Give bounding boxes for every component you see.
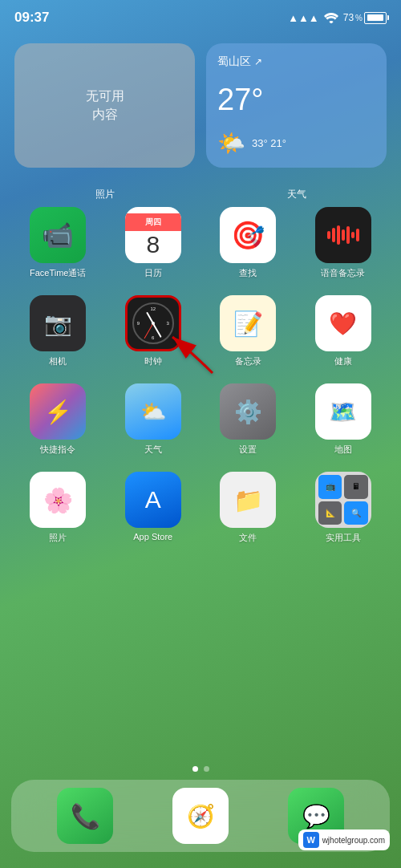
- status-time: 09:37: [14, 10, 49, 26]
- safari-icon: 🧭: [187, 803, 215, 829]
- weather-range: 33° 21°: [252, 137, 286, 149]
- phone-icon: 📞: [71, 802, 100, 830]
- maps-icon: 🗺️: [329, 399, 357, 425]
- app-clock[interactable]: 12 6 3 9 时钟: [110, 295, 197, 367]
- app-maps[interactable]: 🗺️ 地图: [300, 383, 387, 456]
- app-files-label: 文件: [239, 532, 257, 544]
- app-find-label: 查找: [239, 267, 257, 279]
- app-files[interactable]: 📁 文件: [205, 472, 292, 544]
- calendar-day-num: 8: [146, 233, 160, 257]
- location-arrow-icon: ↗: [254, 56, 262, 67]
- weather-sun-icon: 🌤️: [217, 130, 245, 156]
- weather-temperature: 27°: [217, 83, 375, 117]
- shortcuts-icon: ⚡: [44, 399, 72, 425]
- app-weather-label: 天气: [144, 444, 162, 456]
- app-calendar-label: 日历: [144, 267, 162, 279]
- notes-icon: 📝: [233, 310, 263, 338]
- app-voicememo-label: 语音备忘录: [321, 267, 365, 279]
- appstore-icon: A: [145, 486, 161, 513]
- app-facetime-label: FaceTime通话: [30, 267, 87, 279]
- app-facetime[interactable]: 📹 FaceTime通话: [14, 207, 102, 279]
- app-photos[interactable]: 🌸 照片: [14, 472, 102, 544]
- camera-icon: 📷: [44, 310, 72, 337]
- app-settings-label: 设置: [239, 444, 257, 456]
- settings-icon: ⚙️: [234, 399, 262, 425]
- location-text: 蜀山区: [217, 55, 251, 69]
- weather-app-icon: ⛅: [140, 400, 166, 424]
- app-settings[interactable]: ⚙️ 设置: [205, 383, 292, 456]
- app-appstore-label: App Store: [133, 532, 172, 541]
- app-weather[interactable]: ⛅ 天气: [110, 383, 197, 456]
- weather-widget[interactable]: 蜀山区 ↗ 27° 🌤️ 33° 21° 天气: [206, 43, 387, 184]
- watermark-logo: W: [303, 832, 319, 848]
- voice-waves-icon: [327, 223, 359, 247]
- app-find[interactable]: 🎯 查找: [205, 207, 292, 279]
- photos-widget[interactable]: 无可用 内容 照片: [14, 43, 195, 184]
- app-utilities-label: 实用工具: [326, 532, 361, 544]
- app-calendar[interactable]: 周四 8 日历: [110, 207, 197, 279]
- app-photos-label: 照片: [49, 532, 67, 544]
- app-notes-label: 备忘录: [235, 355, 261, 367]
- battery-icon: 73 %: [343, 12, 387, 24]
- app-clock-label: 时钟: [144, 355, 162, 367]
- signal-icon: ▲▲▲: [288, 12, 319, 24]
- app-shortcuts-label: 快捷指令: [40, 444, 75, 456]
- page-dot-1: [192, 766, 198, 772]
- app-health[interactable]: ❤️ 健康: [300, 295, 387, 367]
- weather-widget-label: 天气: [287, 188, 306, 201]
- watermark-text: wjhotelgroup.com: [322, 836, 385, 845]
- health-icon: ❤️: [329, 310, 357, 337]
- app-appstore[interactable]: A App Store: [110, 472, 197, 544]
- wifi-icon: [324, 13, 338, 23]
- photos-widget-text: 无可用 内容: [86, 87, 124, 124]
- watermark: W wjhotelgroup.com: [298, 829, 390, 850]
- files-icon: 📁: [233, 486, 263, 514]
- app-camera-label: 相机: [49, 355, 67, 367]
- app-notes[interactable]: 📝 备忘录: [205, 295, 292, 367]
- app-maps-label: 地图: [334, 444, 352, 456]
- dock-phone[interactable]: 📞: [57, 788, 113, 844]
- facetime-icon: 📹: [42, 220, 74, 250]
- page-indicators: [0, 766, 401, 772]
- calendar-day-name: 周四: [125, 213, 181, 231]
- find-icon: 🎯: [231, 219, 265, 251]
- app-utilities[interactable]: 📺 🖩 📐 🔍 实用工具: [300, 472, 387, 544]
- photos-app-icon: 🌸: [43, 486, 73, 514]
- page-dot-2: [204, 766, 209, 772]
- status-bar: 09:37 ▲▲▲ 73 %: [0, 0, 401, 35]
- app-shortcuts[interactable]: ⚡ 快捷指令: [14, 383, 102, 456]
- app-camera[interactable]: 📷 相机: [14, 295, 102, 367]
- app-voicememo[interactable]: 语音备忘录: [300, 207, 387, 279]
- dock-safari[interactable]: 🧭: [172, 788, 229, 844]
- app-health-label: 健康: [334, 355, 352, 367]
- photos-widget-label: 照片: [95, 188, 115, 201]
- messages-icon: 💬: [302, 803, 330, 829]
- status-icons: ▲▲▲ 73 %: [288, 12, 387, 24]
